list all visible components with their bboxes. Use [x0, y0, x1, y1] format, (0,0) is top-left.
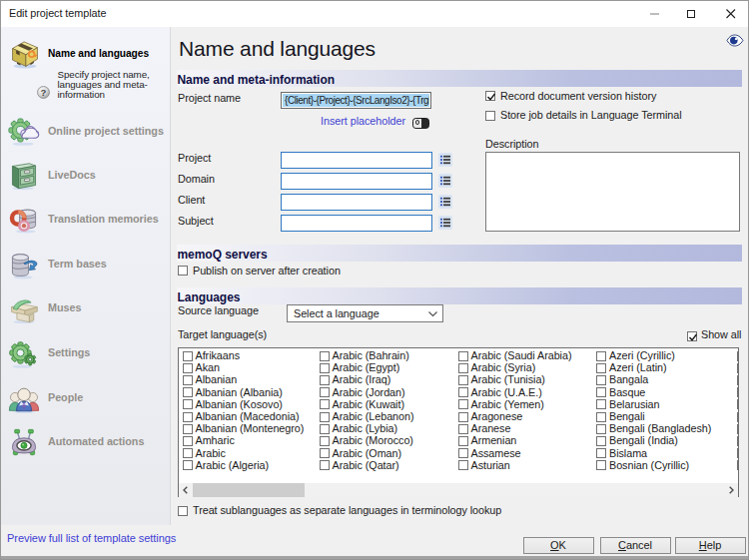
svg-text:?: ? — [41, 87, 47, 98]
